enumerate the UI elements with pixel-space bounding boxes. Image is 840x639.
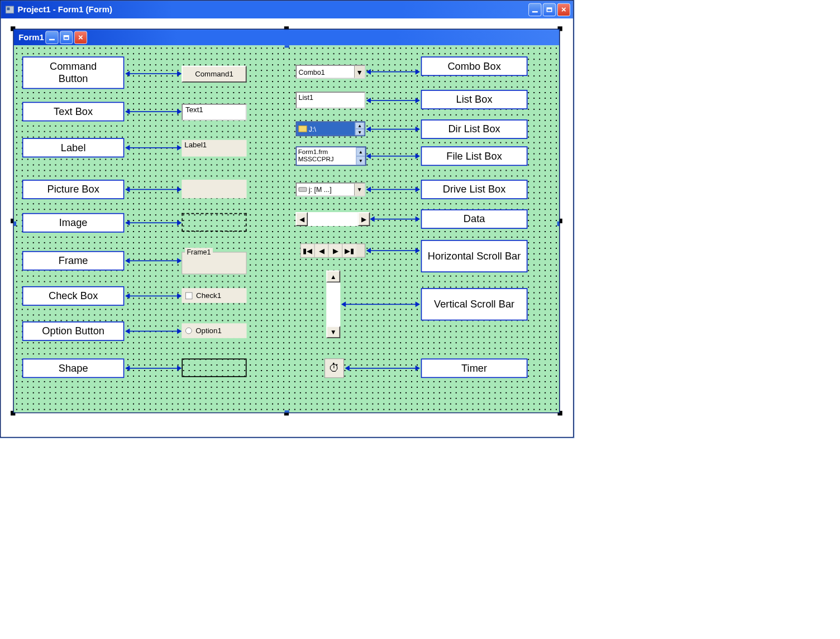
nav-last-icon[interactable]: ▶▮ — [342, 244, 356, 257]
design-surface[interactable]: Command Button Text Box Label Picture Bo… — [14, 45, 559, 412]
spin-down-icon[interactable]: ▼ — [356, 156, 365, 165]
form-titlebar: Form1 × — [14, 30, 559, 45]
dropdown-icon[interactable]: ▼ — [354, 184, 364, 196]
arrow-file-list — [367, 156, 419, 157]
arrow-shape — [126, 368, 181, 369]
nav-first-icon[interactable]: ▮◀ — [301, 244, 315, 257]
arrow-image — [126, 222, 181, 223]
hscroll-control[interactable]: ◀ ▶ — [296, 212, 370, 226]
designer-title: Project1 - Form1 (Form) — [18, 5, 112, 15]
list-box-control[interactable]: List1 — [296, 92, 366, 108]
checkbox-control[interactable]: Check1 — [182, 288, 246, 303]
scroll-up-icon[interactable]: ▲ — [326, 271, 340, 283]
folder-icon — [299, 126, 307, 132]
checkbox-box-icon — [185, 292, 192, 299]
arrow-hscroll — [367, 250, 419, 251]
callout-check-box: Check Box — [22, 286, 125, 306]
nav-prev-icon[interactable]: ◀ — [315, 244, 329, 257]
callout-dir-list: Dir List Box — [421, 119, 528, 139]
callout-image: Image — [22, 213, 125, 233]
dir-value: J:\ — [309, 125, 316, 133]
arrow-combo-box — [367, 71, 419, 73]
option-button-control[interactable]: Option1 — [182, 323, 246, 338]
callout-frame: Frame — [22, 251, 125, 271]
frame-caption: Frame1 — [185, 248, 213, 256]
callout-data: Data — [421, 209, 528, 229]
label-caption: Label1 — [184, 141, 207, 148]
form-select-handle-n[interactable] — [285, 45, 289, 47]
drive-value: j: [M ...] — [309, 185, 332, 193]
command-button-control[interactable]: Command1 — [182, 66, 246, 83]
list-value: List1 — [299, 94, 313, 102]
spin-up-icon[interactable]: ▲ — [355, 122, 365, 129]
combo-value: Combo1 — [299, 68, 325, 76]
checkbox-caption: Check1 — [196, 291, 221, 300]
designer-window: Project1 - Form1 (Form) × Form1 × — [0, 0, 574, 438]
form-maximize-button[interactable] — [60, 31, 73, 44]
form-select-handle-w[interactable] — [14, 222, 16, 226]
form-select-handle-s[interactable] — [285, 410, 289, 412]
arrow-drive-list — [367, 189, 419, 190]
arrow-timer — [346, 368, 419, 369]
spin-up-icon[interactable]: ▲ — [356, 147, 365, 156]
form-window: Form1 × Command Button Text Box Label Pi… — [13, 28, 560, 413]
arrow-vscroll — [342, 304, 419, 305]
drive-icon — [299, 187, 307, 191]
scroll-down-icon[interactable]: ▼ — [326, 326, 340, 338]
dir-list-box-control[interactable]: J:\ ▲ ▼ — [296, 121, 366, 136]
callout-timer: Timer — [421, 358, 528, 378]
maximize-button[interactable] — [543, 3, 556, 16]
arrow-command-button — [126, 73, 181, 74]
arrow-dir-list — [367, 129, 419, 130]
arrow-list-box — [367, 100, 419, 101]
arrow-check-box — [126, 296, 181, 297]
callout-combo-box: Combo Box — [421, 56, 528, 76]
callout-option-button: Option Button — [22, 321, 125, 341]
callout-shape: Shape — [22, 358, 125, 378]
callout-list-box: List Box — [421, 90, 528, 109]
form-minimize-button[interactable] — [45, 31, 58, 44]
label-control[interactable]: Label1 — [182, 140, 246, 157]
arrow-option-button — [126, 331, 181, 332]
frame-control[interactable]: Frame1 — [182, 252, 246, 275]
callout-label: Label — [22, 138, 125, 157]
textbox-value: Text1 — [185, 105, 203, 113]
file-row: Form1.frm — [298, 148, 355, 155]
textbox-control[interactable]: Text1 — [182, 104, 246, 121]
picture-box-control[interactable] — [182, 180, 246, 198]
combo-box-control[interactable]: Combo1 ▼ — [296, 65, 366, 79]
minimize-button[interactable] — [528, 3, 541, 16]
image-control[interactable] — [182, 213, 246, 232]
callout-vscroll: Vertical Scroll Bar — [421, 288, 528, 320]
form-select-handle-e[interactable] — [557, 222, 559, 226]
vscroll-control[interactable]: ▲ ▼ — [326, 271, 340, 338]
arrow-data — [371, 219, 419, 220]
stopwatch-icon: ⏱ — [328, 362, 340, 374]
form-icon — [6, 6, 14, 13]
file-list-box-control[interactable]: Form1.frm MSSCCPRJ ▲ ▼ — [296, 146, 366, 166]
arrow-text-box — [126, 111, 181, 112]
callout-command-button: Command Button — [22, 56, 125, 89]
scroll-right-icon[interactable]: ▶ — [358, 212, 370, 226]
callout-file-list: File List Box — [421, 146, 528, 166]
callout-drive-list: Drive List Box — [421, 180, 528, 199]
option-circle-icon — [185, 328, 192, 334]
file-row: MSSCCPRJ — [298, 155, 355, 162]
designer-titlebar: Project1 - Form1 (Form) × — [1, 1, 573, 19]
data-control[interactable]: ▮◀ ◀ ▶ ▶▮ — [300, 244, 365, 258]
timer-control[interactable]: ⏱ — [324, 358, 344, 378]
option-caption: Option1 — [195, 326, 222, 335]
arrow-picture-box — [126, 189, 181, 190]
close-button[interactable]: × — [557, 3, 570, 16]
arrow-frame — [126, 260, 181, 261]
dropdown-icon[interactable]: ▼ — [354, 66, 364, 78]
nav-next-icon[interactable]: ▶ — [328, 244, 342, 257]
spin-down-icon[interactable]: ▼ — [355, 129, 365, 136]
callout-hscroll: Horizontal Scroll Bar — [421, 240, 528, 272]
callout-picture-box: Picture Box — [22, 180, 125, 199]
drive-list-box-control[interactable]: j: [M ...] ▼ — [296, 182, 366, 196]
command-button-caption: Command1 — [195, 70, 233, 78]
form-close-button[interactable]: × — [74, 31, 87, 44]
scroll-left-icon[interactable]: ◀ — [296, 212, 308, 226]
shape-control[interactable] — [182, 358, 246, 377]
